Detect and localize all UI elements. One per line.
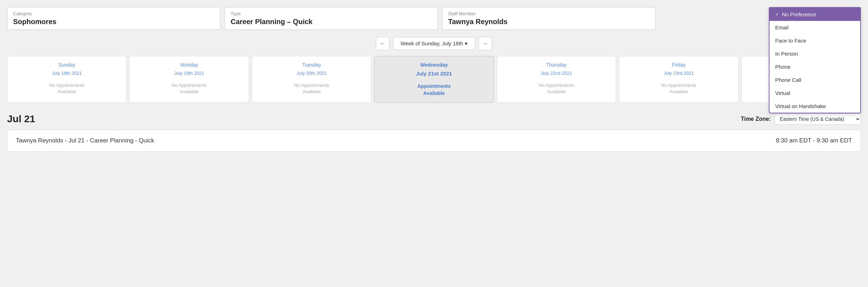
date-heading: Jul 21: [7, 113, 35, 125]
day-name: Monday: [180, 62, 198, 68]
appointment-status: No Appointments Available: [294, 82, 329, 95]
day-name: Friday: [672, 62, 686, 68]
type-value: Career Planning – Quick: [231, 18, 312, 26]
dropdown-option[interactable]: Face to Face: [770, 34, 860, 47]
timezone-group: Time Zone: Eastern Time (US & Canada)Cen…: [741, 113, 861, 125]
date-timezone-row: Jul 21 Time Zone: Eastern Time (US & Can…: [7, 113, 861, 125]
dropdown-option[interactable]: Phone: [770, 60, 860, 73]
next-week-button[interactable]: →: [479, 37, 492, 50]
appointment-status: No Appointments Available: [49, 82, 84, 95]
day-card[interactable]: WednesdayJuly 21st 2021Appointments Avai…: [374, 56, 494, 103]
day-date: July 18th 2021: [52, 71, 82, 76]
staff-filter[interactable]: Staff Member Tawnya Reynolds: [442, 7, 655, 30]
day-date: July 23rd 2021: [664, 71, 694, 76]
dropdown-option[interactable]: ✓No Preference: [770, 8, 860, 21]
category-label: Category: [13, 11, 214, 16]
week-navigation: ← Week of Sunday, July 18th ▾ →: [7, 37, 861, 50]
timezone-select[interactable]: Eastern Time (US & Canada)Central Time (…: [774, 113, 861, 125]
timezone-label: Time Zone:: [741, 116, 771, 122]
staff-value: Tawnya Reynolds: [448, 18, 507, 26]
modality-dropdown[interactable]: ✓No PreferenceEmailFace to FaceIn Person…: [769, 7, 861, 113]
bottom-section: Jul 21 Time Zone: Eastern Time (US & Can…: [7, 113, 861, 152]
category-filter[interactable]: Category Sophomores: [7, 7, 220, 30]
appointment-status: No Appointments Available: [661, 82, 696, 95]
dropdown-option[interactable]: Phone Call: [770, 73, 860, 86]
days-grid: SundayJuly 18th 2021No Appointments Avai…: [7, 56, 861, 103]
dropdown-option[interactable]: Email: [770, 21, 860, 34]
day-card: MondayJuly 19th 2021No Appointments Avai…: [129, 56, 249, 103]
day-card: FridayJuly 23rd 2021No Appointments Avai…: [619, 56, 738, 103]
day-date: July 20th 2021: [297, 71, 327, 76]
day-card: TuesdayJuly 20th 2021No Appointments Ava…: [252, 56, 371, 103]
type-filter[interactable]: Type Career Planning – Quick: [225, 7, 438, 30]
day-date: July 22nd 2021: [541, 71, 572, 76]
day-name: Sunday: [58, 62, 75, 68]
day-name: Tuesday: [302, 62, 321, 68]
appointment-time: 8:30 am EDT - 9:30 am EDT: [776, 137, 852, 144]
day-date: July 19th 2021: [174, 71, 204, 76]
day-card: SundayJuly 18th 2021No Appointments Avai…: [7, 56, 126, 103]
day-card: ThursdayJuly 22nd 2021No Appointments Av…: [497, 56, 616, 103]
dropdown-option[interactable]: In Person: [770, 47, 860, 60]
type-label: Type: [231, 11, 432, 16]
checkmark-icon: ✓: [775, 12, 779, 17]
appointment-title: Tawnya Reynolds - Jul 21 - Career Planni…: [16, 137, 154, 144]
appointment-row[interactable]: Tawnya Reynolds - Jul 21 - Career Planni…: [7, 130, 861, 152]
category-value: Sophomores: [13, 18, 56, 26]
day-name: Thursday: [546, 62, 567, 68]
day-name: Wednesday: [420, 62, 448, 68]
prev-week-button[interactable]: ←: [376, 37, 389, 50]
week-label-button[interactable]: Week of Sunday, July 18th ▾: [393, 37, 475, 50]
staff-label: Staff Member: [448, 11, 649, 16]
dropdown-option[interactable]: Virtual on Handshake: [770, 100, 860, 113]
filter-bar: Category Sophomores Type Career Planning…: [7, 7, 861, 30]
appointment-status: No Appointments Available: [539, 82, 574, 95]
dropdown-option[interactable]: Virtual: [770, 86, 860, 100]
appointment-status: Appointments Available: [417, 83, 451, 97]
day-date: July 21st 2021: [416, 71, 452, 77]
appointment-status: No Appointments Available: [172, 82, 207, 95]
